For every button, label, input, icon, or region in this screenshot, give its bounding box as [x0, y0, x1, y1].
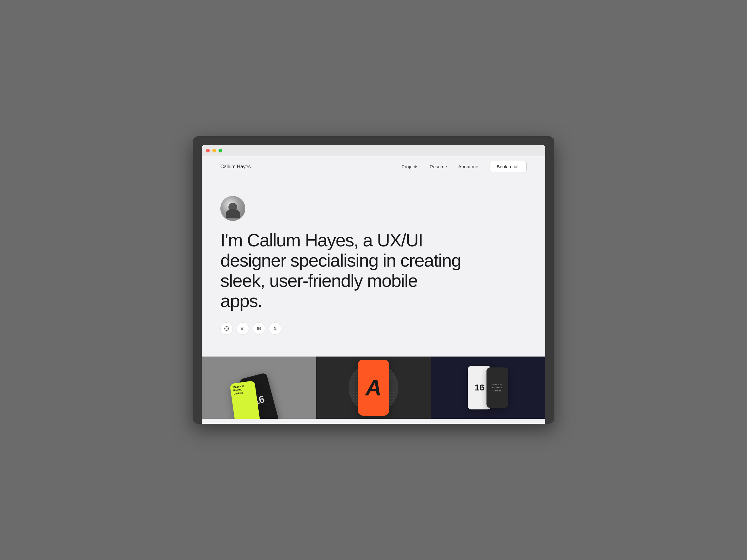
avatar-container — [221, 196, 526, 221]
phone-sm-dark: iPhone 14Pro MockupDevices — [487, 367, 508, 408]
maximize-dot — [218, 149, 222, 153]
nav-projects[interactable]: Projects — [402, 164, 418, 169]
monitor-frame: Callum Hayes Projects Resume About me Bo… — [193, 136, 554, 424]
project-gallery: 16 iPhone 14NockupDevices A — [202, 356, 545, 419]
nav-logo[interactable]: Callum Hayes — [221, 164, 251, 169]
phone-number-3: 16 — [475, 383, 484, 393]
gallery-item-2[interactable]: A — [316, 356, 431, 419]
linkedin-button[interactable]: in — [236, 322, 249, 335]
hero-heading: I'm Callum Hayes, a UX/UI designer speci… — [221, 230, 463, 311]
hero-section: I'm Callum Hayes, a UX/UI designer speci… — [202, 177, 545, 350]
phone-mockup-1: 16 iPhone 14NockupDevices — [202, 356, 316, 419]
navigation: Callum Hayes Projects Resume About me Bo… — [202, 156, 545, 177]
nav-resume[interactable]: Resume — [430, 164, 447, 169]
phone-orange: A — [358, 359, 389, 416]
dribbble-icon — [224, 326, 229, 331]
nav-links: Projects Resume About me Book a call — [402, 161, 526, 172]
phone-dark-text: iPhone 14Pro MockupDevices — [491, 383, 503, 392]
circle-bg: A — [349, 363, 398, 412]
avatar-image — [221, 196, 245, 221]
browser-toolbar — [202, 145, 545, 156]
book-call-button[interactable]: Book a call — [490, 161, 526, 172]
close-dot — [206, 149, 210, 153]
website-content: Callum Hayes Projects Resume About me Bo… — [202, 156, 545, 424]
behance-button[interactable]: Bē — [253, 322, 265, 335]
nav-about[interactable]: About me — [458, 164, 478, 169]
phone-group: 16 iPhone 14Pro MockupDevices — [468, 366, 508, 409]
linkedin-icon: in — [241, 326, 244, 331]
phone-orange-letter: A — [365, 375, 382, 400]
dribbble-button[interactable] — [221, 322, 233, 335]
browser-chrome: Callum Hayes Projects Resume About me Bo… — [202, 145, 545, 424]
gallery-item-3[interactable]: 16 iPhone 14Pro MockupDevices — [431, 356, 545, 419]
gallery-item-1[interactable]: 16 iPhone 14NockupDevices — [202, 356, 316, 419]
behance-icon: Bē — [257, 327, 261, 330]
avatar — [221, 196, 245, 221]
svg-point-0 — [225, 326, 229, 330]
minimize-dot — [212, 149, 216, 153]
twitter-x-icon — [273, 326, 277, 331]
phone-yellow-text: iPhone 14NockupDevices — [232, 384, 246, 396]
social-links: in Bē — [221, 322, 526, 335]
twitter-button[interactable] — [269, 322, 281, 335]
